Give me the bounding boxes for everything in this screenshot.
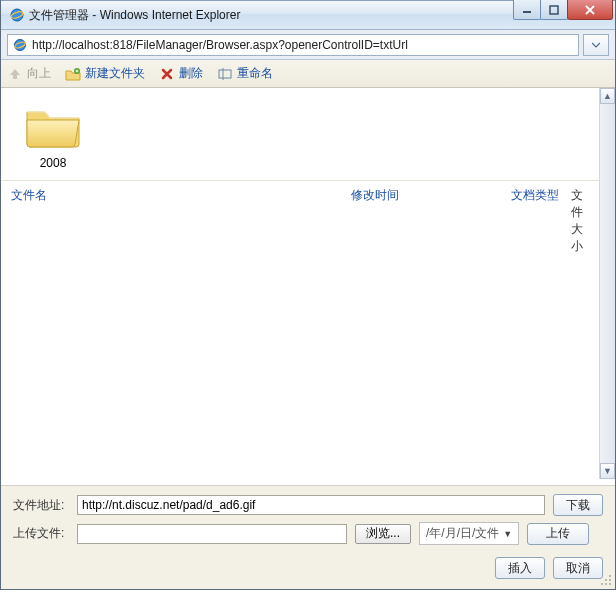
- bottom-panel: 文件地址: 下载 上传文件: 浏览... /年/月/日/文件 ▼ 上传 插入 取…: [1, 485, 615, 589]
- address-input-box[interactable]: http://localhost:818/FileManager/Browser…: [7, 34, 579, 56]
- col-size[interactable]: 文件大小: [571, 187, 589, 255]
- path-pattern-select[interactable]: /年/月/日/文件 ▼: [419, 522, 519, 545]
- title-bar: 文件管理器 - Windows Internet Explorer: [1, 0, 615, 30]
- toolbar: 向上 新建文件夹 删除 重命名: [1, 60, 615, 88]
- delete-label: 删除: [179, 65, 203, 82]
- insert-button[interactable]: 插入: [495, 557, 545, 579]
- scroll-up-button[interactable]: ▲: [600, 88, 615, 104]
- path-pattern-text: /年/月/日/文件: [426, 525, 499, 542]
- folder-name: 2008: [13, 156, 93, 170]
- delete-icon: [159, 66, 175, 82]
- up-button[interactable]: 向上: [7, 65, 51, 82]
- new-folder-button[interactable]: 新建文件夹: [65, 65, 145, 82]
- new-folder-label: 新建文件夹: [85, 65, 145, 82]
- file-address-label: 文件地址:: [13, 497, 69, 514]
- content-area: 2008 文件名 修改时间 文档类型 文件大小: [1, 88, 615, 479]
- svg-point-14: [609, 583, 611, 585]
- upload-button[interactable]: 上传: [527, 523, 589, 545]
- address-dropdown-button[interactable]: [583, 34, 609, 56]
- rename-icon: [217, 66, 233, 82]
- resize-grip-icon[interactable]: [599, 573, 613, 587]
- svg-rect-2: [523, 11, 531, 13]
- upload-file-label: 上传文件:: [13, 525, 69, 542]
- list-header: 文件名 修改时间 文档类型 文件大小: [1, 180, 599, 259]
- address-bar: http://localhost:818/FileManager/Browser…: [1, 30, 615, 60]
- col-filename[interactable]: 文件名: [11, 187, 351, 255]
- ie-favicon: [9, 7, 25, 23]
- vertical-scrollbar[interactable]: ▲ ▼: [599, 88, 615, 479]
- svg-point-10: [605, 579, 607, 581]
- svg-point-9: [609, 575, 611, 577]
- up-label: 向上: [27, 65, 51, 82]
- window-frame: 文件管理器 - Windows Internet Explorer http:/…: [0, 0, 616, 590]
- delete-button[interactable]: 删除: [159, 65, 203, 82]
- scroll-down-button[interactable]: ▼: [600, 463, 615, 479]
- svg-rect-3: [550, 6, 558, 14]
- file-list-body: [1, 259, 599, 479]
- col-mtime[interactable]: 修改时间: [351, 187, 511, 255]
- up-arrow-icon: [7, 66, 23, 82]
- rename-button[interactable]: 重命名: [217, 65, 273, 82]
- address-url: http://localhost:818/FileManager/Browser…: [32, 38, 408, 52]
- browse-button[interactable]: 浏览...: [355, 524, 411, 544]
- svg-point-12: [601, 583, 603, 585]
- folder-item[interactable]: 2008: [13, 98, 93, 170]
- file-address-input[interactable]: [77, 495, 545, 515]
- svg-point-11: [609, 579, 611, 581]
- maximize-button[interactable]: [540, 0, 568, 20]
- download-button[interactable]: 下载: [553, 494, 603, 516]
- window-title: 文件管理器 - Windows Internet Explorer: [29, 7, 240, 24]
- rename-label: 重命名: [237, 65, 273, 82]
- svg-rect-7: [219, 70, 231, 78]
- close-button[interactable]: [567, 0, 613, 20]
- upload-file-input[interactable]: [77, 524, 347, 544]
- folder-pane: 2008: [1, 88, 599, 180]
- new-folder-icon: [65, 66, 81, 82]
- svg-point-13: [605, 583, 607, 585]
- minimize-button[interactable]: [513, 0, 541, 20]
- ie-page-icon: [12, 37, 28, 53]
- col-type[interactable]: 文档类型: [511, 187, 571, 255]
- cancel-button[interactable]: 取消: [553, 557, 603, 579]
- folder-icon: [21, 98, 85, 152]
- chevron-down-icon: ▼: [503, 529, 512, 539]
